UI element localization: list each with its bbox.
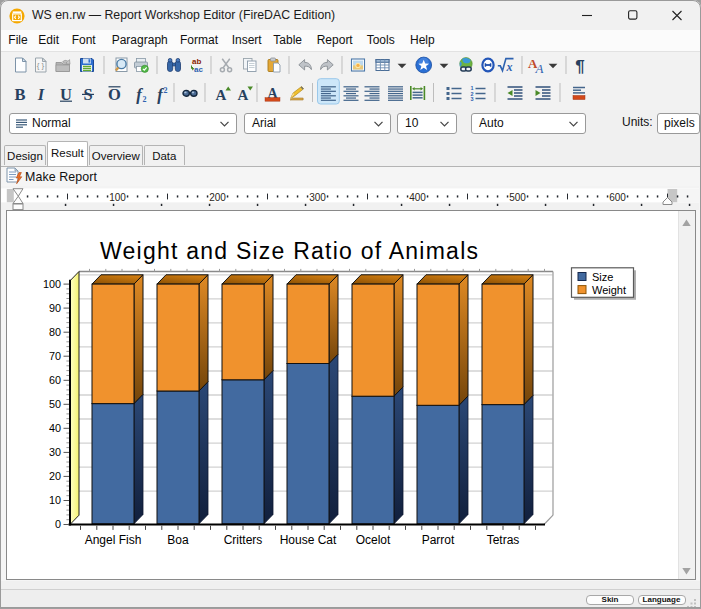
svg-text:Ocelot: Ocelot (356, 533, 391, 547)
svg-text:B: B (14, 85, 25, 104)
svg-text:80: 80 (49, 326, 61, 338)
svg-text:Angel Fish: Angel Fish (85, 533, 142, 547)
svg-text:0: 0 (55, 518, 61, 530)
svg-text:A: A (535, 61, 544, 76)
svg-text:Size: Size (592, 271, 613, 283)
svg-text:A: A (238, 87, 249, 103)
svg-text:Parrot: Parrot (422, 533, 455, 547)
svg-text:90: 90 (49, 302, 61, 314)
svg-text:100: 100 (109, 192, 126, 203)
svg-text:x: x (506, 60, 513, 74)
svg-text:400: 400 (409, 192, 426, 203)
svg-text:{: { (37, 61, 40, 70)
svg-text:ac: ac (194, 65, 203, 74)
svg-text:20: 20 (49, 470, 61, 482)
svg-text:Weight and Size Ratio of Anima: Weight and Size Ratio of Animals (100, 238, 478, 264)
svg-text:600: 600 (609, 192, 626, 203)
svg-text:70: 70 (49, 350, 61, 362)
svg-text:60: 60 (49, 374, 61, 386)
svg-text:House Cat: House Cat (280, 533, 337, 547)
svg-text:Boa: Boa (167, 533, 189, 547)
svg-text:30: 30 (49, 446, 61, 458)
svg-text:2: 2 (164, 86, 168, 95)
svg-text:200: 200 (209, 192, 226, 203)
svg-text:I: I (37, 85, 45, 104)
svg-text:500: 500 (509, 192, 526, 203)
svg-text:10: 10 (49, 494, 61, 506)
svg-text:300: 300 (309, 192, 326, 203)
svg-text:Critters: Critters (224, 533, 263, 547)
svg-text:3: 3 (471, 96, 474, 102)
svg-text:50: 50 (49, 398, 61, 410)
svg-text:¶: ¶ (575, 57, 584, 76)
svg-text:100: 100 (43, 278, 61, 290)
svg-text:Weight: Weight (592, 284, 626, 296)
svg-text:40: 40 (49, 422, 61, 434)
svg-text:A: A (216, 87, 227, 103)
svg-text:}: } (41, 61, 44, 70)
svg-text:2: 2 (143, 95, 147, 104)
svg-text:Tetras: Tetras (487, 533, 520, 547)
